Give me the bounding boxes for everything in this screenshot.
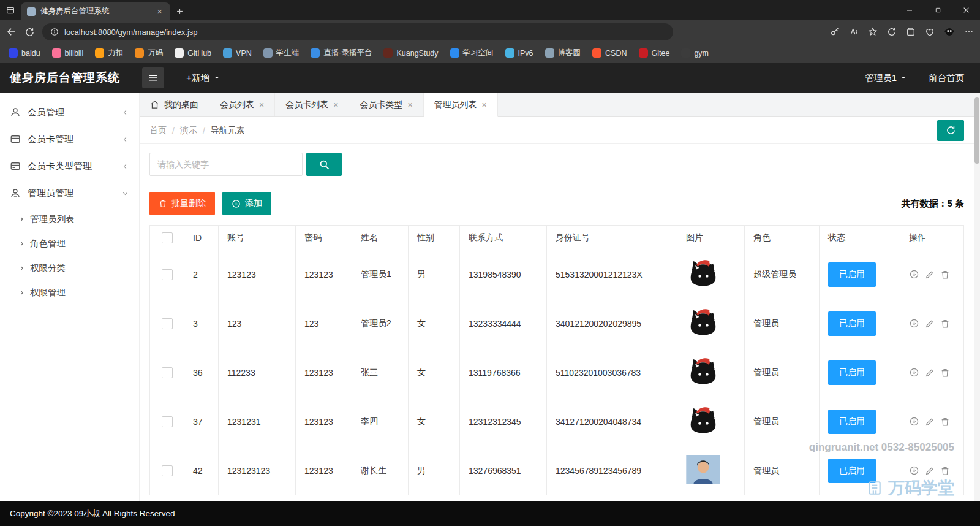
browser-essentials-icon[interactable] xyxy=(925,27,935,37)
tab-my-desktop[interactable]: 我的桌面 xyxy=(140,93,209,116)
bookmark-item[interactable]: gym xyxy=(681,48,709,58)
status-enabled-button[interactable]: 已启用 xyxy=(828,262,876,287)
bookmark-item[interactable]: 力扣 xyxy=(95,48,123,58)
arrow-right-icon xyxy=(18,216,25,223)
user-name: 管理员1 xyxy=(865,72,897,84)
bookmark-item[interactable]: bilibili xyxy=(52,48,84,58)
tab-actions-icon[interactable] xyxy=(0,0,21,20)
cell-account: 123 xyxy=(219,299,296,348)
delete-icon[interactable] xyxy=(940,319,950,329)
disable-icon[interactable] xyxy=(909,269,919,280)
sidebar-subitem-permission-categories[interactable]: 权限分类 xyxy=(0,256,139,280)
bookmark-item[interactable]: 博客园 xyxy=(545,48,581,58)
refresh-page-button[interactable] xyxy=(937,120,964,141)
status-enabled-button[interactable]: 已启用 xyxy=(828,311,876,336)
tab-close-icon[interactable]: × xyxy=(482,100,487,110)
gym-favicon xyxy=(681,48,690,58)
bookmark-item[interactable]: IPv6 xyxy=(505,48,533,58)
row-checkbox[interactable] xyxy=(162,269,173,280)
edit-icon[interactable] xyxy=(925,319,935,329)
new-tab-button[interactable] xyxy=(170,2,189,20)
sidebar-item-card-types[interactable]: 会员卡类型管理 xyxy=(0,153,139,180)
sidebar-subitem-roles[interactable]: 角色管理 xyxy=(0,231,139,256)
bookmark-item[interactable]: GitHub xyxy=(175,48,211,58)
browser-tab[interactable]: 健身房后台管理系统 × xyxy=(21,2,170,20)
cell-image xyxy=(677,250,745,299)
edit-icon[interactable] xyxy=(925,368,935,378)
close-window-button[interactable] xyxy=(952,0,980,20)
sync-icon[interactable] xyxy=(887,27,897,37)
read-aloud-icon[interactable] xyxy=(849,27,859,37)
row-checkbox[interactable] xyxy=(162,465,173,476)
back-icon[interactable] xyxy=(6,26,17,37)
bookmark-item[interactable]: 学生端 xyxy=(263,48,300,58)
cell-operations xyxy=(900,299,964,348)
app-title: 健身房后台管理系统 xyxy=(0,70,140,86)
keyword-input[interactable] xyxy=(149,153,303,176)
status-enabled-button[interactable]: 已启用 xyxy=(828,360,876,385)
delete-icon[interactable] xyxy=(940,466,950,476)
row-checkbox[interactable] xyxy=(162,318,173,329)
page-scrollbar[interactable] xyxy=(974,93,980,501)
extension-monkey-icon[interactable] xyxy=(944,26,955,37)
tab-member-list[interactable]: 会员列表 × xyxy=(209,93,275,116)
user-dropdown[interactable]: 管理员1 xyxy=(865,72,908,84)
front-page-link[interactable]: 前台首页 xyxy=(929,72,964,84)
admin-table: ID 账号 密码 姓名 性别 联系方式 身份证号 图片 角色 状态 操作 xyxy=(149,225,964,495)
more-options-icon[interactable] xyxy=(964,27,974,37)
delete-icon[interactable] xyxy=(940,368,950,378)
bookmark-item[interactable]: VPN xyxy=(223,48,252,58)
maximize-button[interactable] xyxy=(924,0,952,20)
add-button[interactable]: 添加 xyxy=(222,192,271,215)
bookmark-item[interactable]: CSDN xyxy=(592,48,627,58)
scrollbar-thumb[interactable] xyxy=(974,97,979,164)
tab-close-icon[interactable]: × xyxy=(333,100,338,110)
disable-icon[interactable] xyxy=(909,416,919,427)
collections-icon[interactable] xyxy=(906,27,916,37)
bookmark-item[interactable]: 万码 xyxy=(135,48,163,58)
breadcrumb-demo[interactable]: 演示 xyxy=(180,125,197,136)
bookmark-item[interactable]: 直播-录播平台 xyxy=(311,48,372,58)
tab-close-icon[interactable]: × xyxy=(407,100,412,110)
sidebar-item-member-cards[interactable]: 会员卡管理 xyxy=(0,126,139,153)
favorites-star-icon[interactable] xyxy=(868,27,878,37)
bookmark-item[interactable]: baidu xyxy=(9,48,40,58)
tab-close-icon[interactable]: × xyxy=(155,6,164,17)
minimize-button[interactable] xyxy=(895,0,924,20)
row-checkbox-cell xyxy=(150,348,184,397)
edit-icon[interactable] xyxy=(925,466,935,476)
sidebar-subitem-admin-list[interactable]: 管理员列表 xyxy=(0,207,139,231)
disable-icon[interactable] xyxy=(909,367,919,378)
edit-icon[interactable] xyxy=(925,270,935,280)
status-enabled-button[interactable]: 已启用 xyxy=(828,410,876,434)
tab-close-icon[interactable]: × xyxy=(259,100,264,110)
row-checkbox[interactable] xyxy=(162,367,173,378)
sidebar-subitem-permissions[interactable]: 权限管理 xyxy=(0,280,139,305)
sidebar-item-admins[interactable]: 管理员管理 xyxy=(0,180,139,207)
select-all-checkbox[interactable] xyxy=(162,232,173,243)
breadcrumb-home[interactable]: 首页 xyxy=(149,125,167,136)
delete-icon[interactable] xyxy=(940,270,950,280)
site-info-icon[interactable] xyxy=(50,28,59,36)
tab-label: 我的桌面 xyxy=(164,99,198,110)
batch-delete-button[interactable]: 批量删除 xyxy=(149,192,215,215)
add-new-dropdown[interactable]: +新增 xyxy=(186,72,221,84)
row-checkbox[interactable] xyxy=(162,416,173,427)
tab-card-list[interactable]: 会员卡列表 × xyxy=(275,93,349,116)
disable-icon[interactable] xyxy=(909,318,919,329)
search-button[interactable] xyxy=(306,153,342,176)
bookmark-item[interactable]: KuangStudy xyxy=(383,48,438,58)
bookmark-item[interactable]: 学习空间 xyxy=(450,48,494,58)
reload-icon[interactable] xyxy=(24,27,35,37)
tab-card-type[interactable]: 会员卡类型 × xyxy=(349,93,423,116)
ipv6-favicon xyxy=(505,48,514,58)
sidebar-item-members[interactable]: 会员管理 xyxy=(0,99,139,126)
disable-icon[interactable] xyxy=(909,465,919,476)
bookmark-item[interactable]: Gitee xyxy=(639,48,670,58)
address-bar[interactable]: localhost:8080/gym/manage/index.jsp xyxy=(42,23,673,40)
delete-icon[interactable] xyxy=(940,417,950,427)
password-key-icon[interactable] xyxy=(830,27,840,37)
edit-icon[interactable] xyxy=(925,417,935,427)
tab-admin-list[interactable]: 管理员列表 × xyxy=(424,93,498,117)
collapse-sidebar-icon[interactable] xyxy=(142,67,164,88)
